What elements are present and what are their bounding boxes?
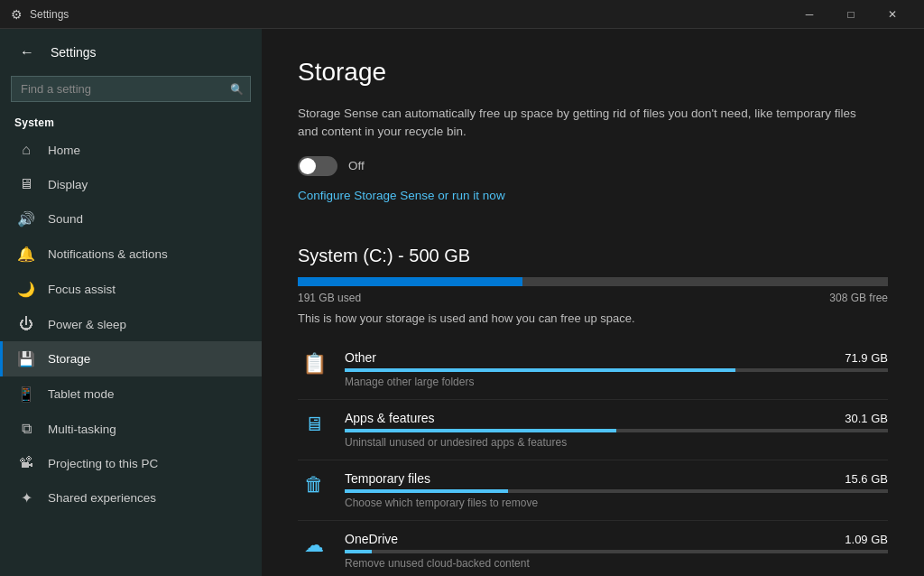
sidebar-item-power[interactable]: ⏻ Power & sleep bbox=[0, 307, 262, 341]
search-icon: 🔍 bbox=[230, 83, 244, 96]
temp-header: Temporary files 15.6 GB bbox=[345, 471, 888, 486]
temp-desc: Choose which temporary files to remove bbox=[345, 497, 888, 509]
sidebar-item-label: Multi-tasking bbox=[48, 423, 116, 436]
onedrive-header: OneDrive 1.09 GB bbox=[345, 532, 888, 546]
onedrive-bar-bg bbox=[345, 550, 888, 553]
sidebar-item-projecting[interactable]: 📽 Projecting to this PC bbox=[0, 446, 262, 480]
other-desc: Manage other large folders bbox=[345, 376, 888, 388]
sidebar-item-display[interactable]: 🖥 Display bbox=[0, 167, 262, 201]
sidebar-item-label: Tablet mode bbox=[48, 387, 115, 401]
sidebar-section-label: System bbox=[0, 109, 262, 133]
configure-link[interactable]: Configure Storage Sense or run it now bbox=[298, 189, 505, 202]
main-layout: ← Settings 🔍 System ⌂ Home 🖥 Display 🔊 S… bbox=[0, 29, 924, 576]
sidebar-item-home[interactable]: ⌂ Home bbox=[0, 133, 262, 167]
sidebar-item-multitasking[interactable]: ⧉ Multi-tasking bbox=[0, 412, 262, 446]
power-icon: ⏻ bbox=[17, 316, 35, 332]
sidebar: ← Settings 🔍 System ⌂ Home 🖥 Display 🔊 S… bbox=[0, 29, 262, 576]
projecting-icon: 📽 bbox=[17, 455, 35, 471]
toggle-label: Off bbox=[348, 159, 365, 172]
display-icon: 🖥 bbox=[17, 176, 35, 192]
apps-bar-bg bbox=[345, 429, 888, 432]
storage-bar-background bbox=[298, 277, 888, 286]
storage-icon: 💾 bbox=[17, 350, 35, 367]
sidebar-item-label: Sound bbox=[48, 212, 83, 226]
storage-bar-fill bbox=[298, 277, 522, 286]
other-size: 71.9 GB bbox=[845, 351, 888, 365]
content-area: Storage Storage Sense can automatically … bbox=[262, 29, 924, 576]
temp-content: Temporary files 15.6 GB Choose which tem… bbox=[345, 471, 888, 509]
back-button[interactable]: ← bbox=[14, 40, 40, 65]
used-label: 191 GB used bbox=[298, 292, 361, 304]
sidebar-item-focus[interactable]: 🌙 Focus assist bbox=[0, 272, 262, 307]
search-input[interactable] bbox=[11, 76, 251, 102]
sidebar-item-sound[interactable]: 🔊 Sound bbox=[0, 201, 262, 237]
apps-content: Apps & features 30.1 GB Uninstall unused… bbox=[345, 411, 888, 449]
sidebar-item-tablet[interactable]: 📱 Tablet mode bbox=[0, 376, 262, 412]
onedrive-bar-fill bbox=[345, 550, 372, 553]
sidebar-item-storage[interactable]: 💾 Storage bbox=[0, 341, 262, 376]
category-temp[interactable]: 🗑 Temporary files 15.6 GB Choose which t… bbox=[298, 460, 888, 521]
sidebar-item-label: Display bbox=[48, 178, 88, 191]
minimize-button[interactable]: ─ bbox=[789, 0, 830, 29]
temp-bar-fill bbox=[345, 489, 508, 493]
apps-icon: 🖥 bbox=[298, 413, 330, 436]
onedrive-desc: Remove unused cloud-backed content bbox=[345, 557, 888, 570]
storage-sense-toggle[interactable] bbox=[298, 156, 337, 176]
sidebar-item-label: Shared experiences bbox=[48, 491, 156, 505]
sidebar-item-shared[interactable]: ✦ Shared experiences bbox=[0, 480, 262, 516]
storage-bar-labels: 191 GB used 308 GB free bbox=[298, 292, 888, 304]
apps-header: Apps & features 30.1 GB bbox=[345, 411, 888, 425]
shared-icon: ✦ bbox=[17, 489, 35, 506]
temp-size: 15.6 GB bbox=[845, 472, 888, 486]
storage-info-text: This is how your storage is used and how… bbox=[298, 311, 888, 325]
other-header: Other 71.9 GB bbox=[345, 350, 888, 365]
titlebar: ⚙ Settings ─ □ ✕ bbox=[0, 0, 924, 29]
temp-name: Temporary files bbox=[345, 471, 430, 486]
onedrive-icon: ☁ bbox=[298, 534, 330, 557]
sidebar-item-label: Home bbox=[48, 144, 80, 157]
sidebar-item-label: Notifications & actions bbox=[48, 247, 168, 261]
temp-bar-bg bbox=[345, 489, 888, 493]
storage-sense-description: Storage Sense can automatically free up … bbox=[298, 105, 857, 142]
apps-bar-fill bbox=[345, 429, 616, 432]
nav-items: ⌂ Home 🖥 Display 🔊 Sound 🔔 Notifications… bbox=[0, 133, 262, 516]
sidebar-item-label: Projecting to this PC bbox=[48, 457, 158, 470]
other-bar-bg bbox=[345, 368, 888, 372]
storage-categories: 📋 Other 71.9 GB Manage other large folde… bbox=[298, 339, 888, 577]
close-button[interactable]: ✕ bbox=[872, 0, 913, 29]
settings-icon: ⚙ bbox=[11, 7, 23, 22]
sidebar-header: ← Settings bbox=[0, 29, 262, 76]
category-onedrive[interactable]: ☁ OneDrive 1.09 GB Remove unused cloud-b… bbox=[298, 521, 888, 577]
storage-bar bbox=[298, 277, 888, 286]
other-content: Other 71.9 GB Manage other large folders bbox=[345, 350, 888, 388]
tablet-icon: 📱 bbox=[17, 386, 35, 403]
apps-name: Apps & features bbox=[345, 411, 435, 425]
apps-size: 30.1 GB bbox=[845, 412, 888, 425]
sidebar-item-label: Storage bbox=[48, 352, 90, 366]
other-name: Other bbox=[345, 350, 376, 365]
titlebar-controls: ─ □ ✕ bbox=[789, 0, 913, 29]
sound-icon: 🔊 bbox=[17, 210, 35, 228]
maximize-button[interactable]: □ bbox=[830, 0, 872, 29]
free-label: 308 GB free bbox=[829, 292, 888, 304]
page-title: Storage bbox=[298, 58, 888, 87]
titlebar-title: Settings bbox=[30, 8, 789, 21]
apps-desc: Uninstall unused or undesired apps & fea… bbox=[345, 436, 888, 449]
category-other[interactable]: 📋 Other 71.9 GB Manage other large folde… bbox=[298, 339, 888, 400]
app-title: Settings bbox=[51, 45, 97, 60]
category-apps[interactable]: 🖥 Apps & features 30.1 GB Uninstall unus… bbox=[298, 400, 888, 460]
sidebar-item-label: Focus assist bbox=[48, 283, 116, 296]
notifications-icon: 🔔 bbox=[17, 246, 35, 263]
onedrive-size: 1.09 GB bbox=[845, 533, 888, 546]
temp-icon: 🗑 bbox=[298, 473, 330, 497]
sidebar-item-notifications[interactable]: 🔔 Notifications & actions bbox=[0, 237, 262, 272]
onedrive-name: OneDrive bbox=[345, 532, 398, 546]
other-bar-fill bbox=[345, 368, 735, 372]
system-drive-title: System (C:) - 500 GB bbox=[298, 246, 888, 266]
search-box: 🔍 bbox=[11, 76, 251, 102]
focus-icon: 🌙 bbox=[17, 281, 35, 298]
other-icon: 📋 bbox=[298, 352, 330, 376]
multitasking-icon: ⧉ bbox=[17, 421, 35, 437]
onedrive-content: OneDrive 1.09 GB Remove unused cloud-bac… bbox=[345, 532, 888, 570]
storage-sense-toggle-row: Off bbox=[298, 156, 888, 176]
